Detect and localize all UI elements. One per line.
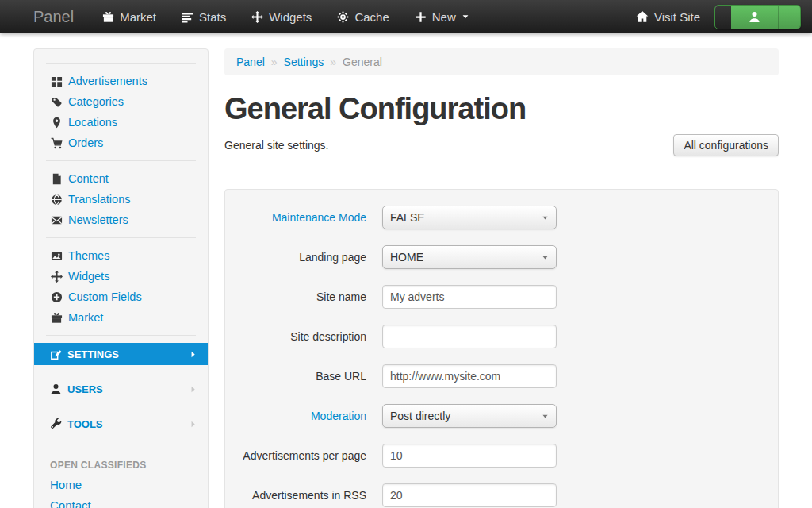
- sidebar-item-content[interactable]: Content: [34, 168, 208, 189]
- sidebar-divider: [46, 160, 196, 161]
- sidebar-item-label: Orders: [68, 137, 103, 149]
- plus-circle-icon: [50, 291, 63, 303]
- sidebar-item-market[interactable]: Market: [34, 307, 208, 328]
- sidebar-item-locations[interactable]: Locations: [34, 112, 208, 133]
- topbar-item-cache[interactable]: Cache: [324, 0, 401, 33]
- all-configurations-button[interactable]: All configurations: [673, 134, 779, 156]
- visit-site-link[interactable]: Visit Site: [636, 10, 700, 24]
- sidebar-item-label: Locations: [68, 116, 117, 129]
- home-icon: [636, 10, 649, 23]
- chevron-right-icon: [186, 350, 200, 359]
- move-icon: [251, 11, 263, 23]
- breadcrumb-item-panel[interactable]: Panel: [236, 56, 265, 68]
- form-row: Site description: [225, 325, 778, 348]
- sidebar-section-settings[interactable]: SETTINGS: [34, 343, 208, 365]
- breadcrumb: Panel»Settings»General: [224, 48, 779, 75]
- sidebar-item-label: Categories: [68, 95, 124, 108]
- map-marker-icon: [50, 117, 63, 129]
- gift-icon: [102, 11, 114, 23]
- sidebar-footer-link-contact[interactable]: Contact: [34, 495, 208, 508]
- cart-icon: [50, 137, 63, 149]
- file-icon: [50, 173, 63, 185]
- sidebar-item-label: Market: [68, 311, 103, 324]
- field-input-advertisements-in-rss[interactable]: [382, 483, 557, 507]
- topbar: Panel MarketStatsWidgetsCacheNew Visit S…: [0, 0, 812, 33]
- select-value: Post directly: [390, 410, 450, 422]
- sidebar-item-widgets[interactable]: Widgets: [34, 266, 208, 287]
- sidebar-item-themes[interactable]: Themes: [34, 245, 208, 266]
- field-label-maintenance-mode[interactable]: Maintenance Mode: [225, 211, 366, 224]
- field-label-site-description: Site description: [225, 330, 366, 343]
- form-row: Advertisements in RSS: [225, 483, 778, 507]
- page-title: General Configuration: [224, 92, 779, 126]
- sidebar-section-label: TOOLS: [67, 418, 103, 430]
- caret-down-icon: [542, 214, 549, 221]
- settings-form: Maintenance ModeFALSELanding pageHOMESit…: [224, 189, 779, 508]
- subtitle-row: General site settings. All configuration…: [224, 133, 779, 157]
- topbar-item-label: Market: [120, 10, 156, 24]
- field-select-maintenance-mode[interactable]: FALSE: [382, 206, 557, 229]
- sidebar-divider: [46, 237, 196, 238]
- sidebar-item-custom-fields[interactable]: Custom Fields: [34, 287, 208, 307]
- main-content: Panel»Settings»General General Configura…: [224, 48, 779, 508]
- topbar-nav: MarketStatsWidgetsCacheNew: [90, 0, 482, 33]
- field-input-site-description[interactable]: [382, 325, 557, 348]
- user-button[interactable]: [731, 6, 778, 29]
- breadcrumb-separator: »: [324, 56, 343, 68]
- stats-icon: [182, 11, 193, 23]
- topbar-item-market[interactable]: Market: [90, 0, 169, 33]
- topbar-item-label: Stats: [199, 10, 226, 24]
- field-select-moderation[interactable]: Post directly: [382, 404, 557, 428]
- field-input-advertisements-per-page[interactable]: [382, 444, 557, 468]
- user-split-button: [714, 5, 801, 29]
- caret-down-icon: [542, 413, 549, 420]
- sidebar-item-translations[interactable]: Translations: [34, 189, 208, 210]
- field-label-landing-page: Landing page: [225, 251, 366, 264]
- page-subtitle: General site settings.: [224, 139, 329, 152]
- field-input-site-name[interactable]: [382, 285, 557, 309]
- breadcrumb-item-settings[interactable]: Settings: [284, 56, 324, 68]
- sidebar-item-label: Custom Fields: [68, 291, 142, 303]
- topbar-item-label: New: [432, 10, 456, 24]
- sidebar-section-users[interactable]: USERS: [34, 378, 208, 400]
- sidebar-item-advertisements[interactable]: Advertisements: [34, 71, 208, 91]
- visit-site-label: Visit Site: [654, 10, 700, 24]
- topbar-right: Visit Site: [636, 5, 801, 29]
- picture-icon: [50, 250, 63, 262]
- edit-icon: [49, 348, 63, 360]
- field-select-landing-page[interactable]: HOME: [382, 245, 557, 269]
- chevron-right-icon: [186, 385, 200, 394]
- select-value: FALSE: [390, 211, 425, 224]
- form-row: Landing pageHOME: [225, 245, 778, 269]
- sidebar-item-label: Widgets: [68, 270, 109, 283]
- sidebar-section-tools[interactable]: TOOLS: [34, 413, 208, 435]
- sidebar-item-orders[interactable]: Orders: [34, 133, 208, 153]
- wrench-icon: [49, 418, 63, 430]
- topbar-item-new[interactable]: New: [402, 0, 482, 33]
- field-label-advertisements-per-page: Advertisements per page: [225, 449, 366, 462]
- sidebar-item-label: Content: [68, 172, 109, 185]
- topbar-item-label: Cache: [354, 10, 389, 24]
- user-dropdown-toggle[interactable]: [778, 6, 800, 29]
- grid-icon: [50, 75, 63, 87]
- globe-icon: [50, 194, 63, 206]
- form-row: Maintenance ModeFALSE: [225, 206, 778, 229]
- form-row: Base URL: [225, 364, 778, 388]
- sidebar-footer-heading: OPEN CLASSIFIEDS: [34, 453, 208, 474]
- sidebar-footer-link-home[interactable]: Home: [34, 474, 208, 495]
- topbar-item-label: Widgets: [269, 10, 312, 24]
- sidebar-item-categories[interactable]: Categories: [34, 91, 208, 112]
- breadcrumb-separator: »: [265, 56, 284, 68]
- gear-icon: [337, 11, 349, 23]
- form-row: ModerationPost directly: [225, 404, 778, 428]
- topbar-item-stats[interactable]: Stats: [169, 0, 239, 33]
- field-input-base-url[interactable]: [382, 364, 557, 388]
- field-label-moderation[interactable]: Moderation: [225, 410, 366, 422]
- brand[interactable]: Panel: [33, 8, 74, 26]
- envelope-icon: [50, 214, 63, 226]
- chevron-right-icon: [186, 420, 200, 429]
- topbar-item-widgets[interactable]: Widgets: [239, 0, 324, 33]
- sidebar-divider: [46, 335, 196, 336]
- gift-icon: [50, 312, 63, 324]
- sidebar-item-newsletters[interactable]: Newsletters: [34, 210, 208, 230]
